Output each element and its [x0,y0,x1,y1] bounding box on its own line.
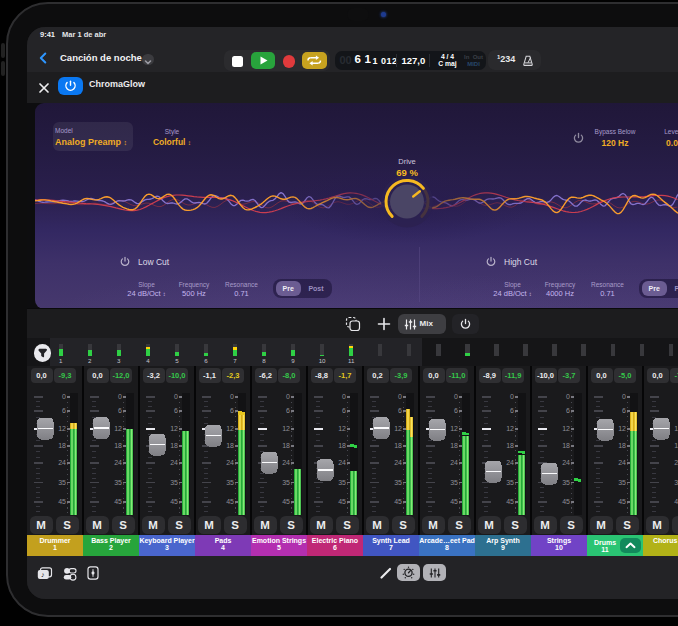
svg-text:24: 24 [114,459,122,466]
svg-text:18: 18 [282,442,290,449]
svg-text:35: 35 [674,479,678,486]
svg-text:24: 24 [562,459,570,466]
svg-text:12: 12 [450,425,458,432]
svg-text:45: 45 [394,498,402,505]
svg-text:35: 35 [506,479,514,486]
svg-text:24: 24 [674,459,678,466]
svg-text:35: 35 [226,479,234,486]
svg-text:6: 6 [286,407,290,414]
svg-text:12: 12 [394,425,402,432]
svg-text:45: 45 [506,498,514,505]
svg-text:35: 35 [450,479,458,486]
svg-text:24: 24 [170,459,178,466]
svg-text:6: 6 [62,407,66,414]
svg-text:35: 35 [282,479,290,486]
svg-text:45: 45 [618,498,626,505]
svg-text:0: 0 [622,393,626,400]
svg-text:45: 45 [226,498,234,505]
svg-text:18: 18 [562,442,570,449]
svg-text:6: 6 [398,407,402,414]
svg-text:35: 35 [114,479,122,486]
svg-text:18: 18 [170,442,178,449]
svg-text:0: 0 [62,393,66,400]
svg-text:35: 35 [338,479,346,486]
svg-text:18: 18 [674,442,678,449]
svg-text:18: 18 [114,442,122,449]
svg-text:0: 0 [398,393,402,400]
svg-text:12: 12 [562,425,570,432]
svg-text:24: 24 [450,459,458,466]
svg-text:0: 0 [510,393,514,400]
svg-text:18: 18 [450,442,458,449]
svg-text:18: 18 [618,442,626,449]
svg-text:18: 18 [394,442,402,449]
svg-text:6: 6 [118,407,122,414]
svg-text:35: 35 [58,479,66,486]
svg-text:12: 12 [170,425,178,432]
svg-text:6: 6 [566,407,570,414]
svg-text:0: 0 [286,393,290,400]
svg-text:35: 35 [562,479,570,486]
svg-text:12: 12 [674,425,678,432]
svg-text:12: 12 [226,425,234,432]
svg-text:12: 12 [58,425,66,432]
svg-text:45: 45 [58,498,66,505]
svg-text:35: 35 [170,479,178,486]
svg-text:45: 45 [282,498,290,505]
svg-text:18: 18 [506,442,514,449]
svg-text:12: 12 [282,425,290,432]
svg-text:45: 45 [450,498,458,505]
svg-text:0: 0 [174,393,178,400]
svg-text:24: 24 [338,459,346,466]
svg-text:45: 45 [338,498,346,505]
svg-text:6: 6 [454,407,458,414]
svg-text:24: 24 [58,459,66,466]
svg-text:12: 12 [338,425,346,432]
svg-text:0: 0 [454,393,458,400]
svg-text:♪: ♪ [41,571,45,578]
svg-text:45: 45 [170,498,178,505]
svg-text:35: 35 [394,479,402,486]
svg-text:6: 6 [342,407,346,414]
svg-text:18: 18 [226,442,234,449]
svg-text:24: 24 [506,459,514,466]
svg-text:12: 12 [618,425,626,432]
svg-text:0: 0 [118,393,122,400]
svg-text:0: 0 [566,393,570,400]
svg-text:45: 45 [562,498,570,505]
svg-text:18: 18 [338,442,346,449]
svg-text:12: 12 [506,425,514,432]
svg-text:35: 35 [618,479,626,486]
svg-text:45: 45 [114,498,122,505]
svg-text:24: 24 [282,459,290,466]
svg-text:12: 12 [114,425,122,432]
svg-text:24: 24 [618,459,626,466]
svg-text:24: 24 [226,459,234,466]
svg-text:6: 6 [230,407,234,414]
svg-text:6: 6 [622,407,626,414]
svg-text:0: 0 [230,393,234,400]
svg-text:45: 45 [674,498,678,505]
svg-text:18: 18 [58,442,66,449]
svg-text:24: 24 [394,459,402,466]
svg-text:0: 0 [342,393,346,400]
svg-text:6: 6 [174,407,178,414]
svg-text:6: 6 [510,407,514,414]
